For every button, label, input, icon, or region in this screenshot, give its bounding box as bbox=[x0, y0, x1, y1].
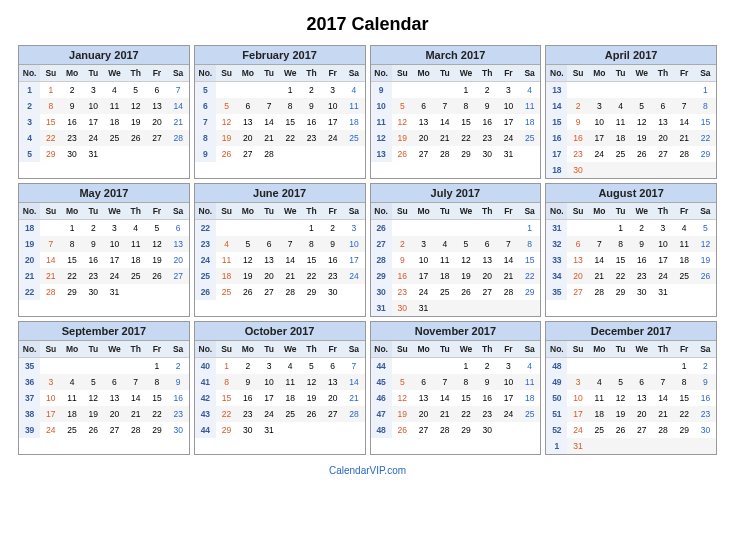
day-cell bbox=[695, 284, 716, 300]
day-cell: 4 bbox=[216, 236, 237, 252]
day-header: Su bbox=[216, 341, 237, 358]
day-cell: 19 bbox=[392, 130, 413, 146]
day-header: No. bbox=[546, 65, 567, 82]
day-cell: 13 bbox=[322, 374, 343, 390]
day-header: No. bbox=[19, 203, 40, 220]
day-cell: 5 bbox=[237, 236, 258, 252]
day-cell: 3 bbox=[413, 236, 434, 252]
day-header: Th bbox=[652, 203, 673, 220]
week-row: 482627282930 bbox=[371, 422, 541, 438]
day-header: We bbox=[104, 65, 125, 82]
day-cell: 30 bbox=[567, 162, 588, 178]
week-row: 18123456 bbox=[19, 220, 189, 237]
day-header: Sa bbox=[519, 65, 540, 82]
day-cell: 2 bbox=[83, 220, 104, 237]
day-cell bbox=[434, 300, 455, 316]
day-header: We bbox=[455, 65, 476, 82]
day-cell: 14 bbox=[498, 252, 519, 268]
day-cell: 12 bbox=[83, 390, 104, 406]
day-cell: 27 bbox=[146, 130, 167, 146]
day-cell: 2 bbox=[477, 82, 498, 99]
day-cell: 13 bbox=[168, 236, 189, 252]
week-number: 44 bbox=[195, 422, 216, 438]
day-cell: 11 bbox=[61, 390, 82, 406]
day-cell bbox=[567, 220, 588, 237]
week-number: 28 bbox=[371, 252, 392, 268]
day-header: Fr bbox=[146, 203, 167, 220]
day-cell: 1 bbox=[301, 220, 322, 237]
day-cell: 15 bbox=[610, 252, 631, 268]
day-header: Tu bbox=[83, 341, 104, 358]
day-cell: 29 bbox=[674, 422, 695, 438]
day-cell: 6 bbox=[258, 236, 279, 252]
month-block: October 2017No.SuMoTuWeThFrSa40123456741… bbox=[194, 321, 366, 455]
week-row: 2891011121314 bbox=[19, 98, 189, 114]
day-cell: 23 bbox=[392, 284, 413, 300]
day-cell: 17 bbox=[498, 114, 519, 130]
day-cell: 13 bbox=[146, 98, 167, 114]
day-cell: 7 bbox=[652, 374, 673, 390]
day-cell: 17 bbox=[498, 390, 519, 406]
day-cell: 5 bbox=[301, 358, 322, 375]
day-cell: 9 bbox=[83, 236, 104, 252]
day-cell: 13 bbox=[413, 114, 434, 130]
month-title: January 2017 bbox=[19, 46, 189, 65]
week-number: 16 bbox=[546, 130, 567, 146]
day-header: No. bbox=[546, 341, 567, 358]
week-number: 27 bbox=[371, 236, 392, 252]
day-cell: 13 bbox=[477, 252, 498, 268]
day-cell: 7 bbox=[125, 374, 146, 390]
day-cell: 3 bbox=[567, 374, 588, 390]
day-cell: 2 bbox=[477, 358, 498, 375]
day-cell: 19 bbox=[301, 390, 322, 406]
day-cell: 18 bbox=[674, 252, 695, 268]
day-cell bbox=[168, 146, 189, 162]
day-header: No. bbox=[19, 341, 40, 358]
day-header: Fr bbox=[674, 341, 695, 358]
day-cell: 12 bbox=[216, 114, 237, 130]
week-number: 4 bbox=[19, 130, 40, 146]
day-cell bbox=[567, 358, 588, 375]
day-cell: 11 bbox=[343, 98, 364, 114]
day-cell: 10 bbox=[567, 390, 588, 406]
day-cell: 16 bbox=[168, 390, 189, 406]
day-cell: 21 bbox=[434, 130, 455, 146]
day-cell: 8 bbox=[216, 374, 237, 390]
day-cell: 2 bbox=[61, 82, 82, 99]
day-cell: 6 bbox=[477, 236, 498, 252]
day-cell: 22 bbox=[455, 406, 476, 422]
day-cell bbox=[674, 284, 695, 300]
day-cell: 22 bbox=[674, 406, 695, 422]
day-cell bbox=[519, 146, 540, 162]
day-cell: 12 bbox=[301, 374, 322, 390]
day-header: Tu bbox=[610, 341, 631, 358]
month-table: No.SuMoTuWeThFrSa44123445567891011461213… bbox=[371, 341, 541, 438]
day-cell: 3 bbox=[258, 358, 279, 375]
day-header: Sa bbox=[695, 341, 716, 358]
day-cell bbox=[498, 220, 519, 237]
day-cell bbox=[125, 146, 146, 162]
day-header: Tu bbox=[434, 203, 455, 220]
week-row: 1978910111213 bbox=[19, 236, 189, 252]
day-header: Th bbox=[477, 341, 498, 358]
day-cell: 9 bbox=[477, 98, 498, 114]
day-cell bbox=[322, 146, 343, 162]
day-header: Th bbox=[652, 341, 673, 358]
day-cell: 6 bbox=[567, 236, 588, 252]
week-number: 46 bbox=[371, 390, 392, 406]
day-cell: 24 bbox=[322, 130, 343, 146]
day-cell: 10 bbox=[589, 114, 610, 130]
day-cell: 22 bbox=[610, 268, 631, 284]
month-block: December 2017No.SuMoTuWeThFrSa4812493456… bbox=[545, 321, 717, 455]
month-block: January 2017No.SuMoTuWeThFrSa11234567289… bbox=[18, 45, 190, 179]
week-number: 35 bbox=[19, 358, 40, 375]
month-block: April 2017No.SuMoTuWeThFrSa1311423456781… bbox=[545, 45, 717, 179]
day-cell bbox=[216, 220, 237, 237]
day-cell: 20 bbox=[146, 114, 167, 130]
day-cell: 6 bbox=[146, 82, 167, 99]
day-cell: 18 bbox=[216, 268, 237, 284]
day-cell: 30 bbox=[695, 422, 716, 438]
week-number: 38 bbox=[19, 406, 40, 422]
week-row: 4812 bbox=[546, 358, 716, 375]
day-cell: 30 bbox=[168, 422, 189, 438]
